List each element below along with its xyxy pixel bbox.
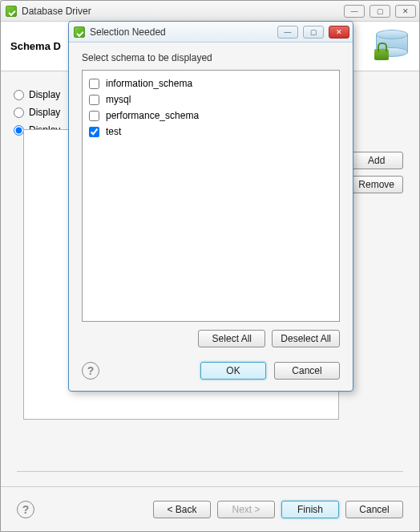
banner-title: Schema D <box>10 40 61 52</box>
selection-needed-dialog: Selection Needed — ▢ ✕ Select schema to … <box>68 21 353 392</box>
schema-label: information_schema <box>106 78 192 89</box>
lock-icon <box>374 49 389 60</box>
schema-checkbox[interactable] <box>89 79 99 89</box>
schema-checkbox[interactable] <box>89 111 99 121</box>
modal-maximize-button[interactable]: ▢ <box>303 26 324 39</box>
wizard-bar: ? < Back Next > Finish Cancel <box>1 486 419 531</box>
schema-item[interactable]: information_schema <box>89 75 333 91</box>
select-all-button[interactable]: Select All <box>198 330 265 347</box>
schema-label: performance_schema <box>106 110 199 121</box>
modal-minimize-button[interactable]: — <box>277 26 298 39</box>
modal-help-icon[interactable]: ? <box>82 362 99 380</box>
parent-minimize-button[interactable]: — <box>344 5 365 18</box>
side-buttons: Add Remove <box>349 152 403 193</box>
app-icon <box>6 6 17 17</box>
app-icon <box>74 26 85 38</box>
parent-title: Database Driver <box>22 6 91 17</box>
modal-title-bar: Selection Needed — ▢ ✕ <box>69 22 353 43</box>
remove-button[interactable]: Remove <box>349 176 403 193</box>
ok-button[interactable]: OK <box>200 362 266 380</box>
database-icon <box>373 28 411 67</box>
parent-title-bar: Database Driver — ▢ ✕ <box>1 1 419 22</box>
modal-instruction: Select schema to be displayed <box>82 52 340 63</box>
parent-maximize-button[interactable]: ▢ <box>370 5 390 18</box>
deselect-all-button[interactable]: Deselect All <box>272 330 340 347</box>
modal-title: Selection Needed <box>90 26 166 38</box>
schema-item[interactable]: mysql <box>89 91 333 108</box>
display-radio-label: Display <box>29 89 60 100</box>
schema-checkbox-list: information_schemamysqlperformance_schem… <box>82 70 340 322</box>
modal-close-button[interactable]: ✕ <box>329 26 349 39</box>
schema-label: test <box>106 126 121 137</box>
schema-item[interactable]: performance_schema <box>89 108 333 124</box>
schema-item[interactable]: test <box>89 124 333 140</box>
parent-cancel-button[interactable]: Cancel <box>345 501 403 518</box>
separator <box>17 471 403 472</box>
finish-button[interactable]: Finish <box>281 501 339 518</box>
next-button: Next > <box>217 501 275 518</box>
add-button[interactable]: Add <box>349 152 403 169</box>
schema-label: mysql <box>106 94 131 105</box>
display-radio-label: Display <box>29 107 60 118</box>
display-radio-input-1[interactable] <box>14 108 24 118</box>
schema-checkbox[interactable] <box>89 95 99 105</box>
display-radio-input-0[interactable] <box>14 90 24 100</box>
schema-checkbox[interactable] <box>89 127 99 137</box>
help-icon[interactable]: ? <box>17 501 34 518</box>
parent-close-button[interactable]: ✕ <box>395 5 416 18</box>
modal-cancel-button[interactable]: Cancel <box>274 362 340 380</box>
back-button[interactable]: < Back <box>153 501 211 518</box>
